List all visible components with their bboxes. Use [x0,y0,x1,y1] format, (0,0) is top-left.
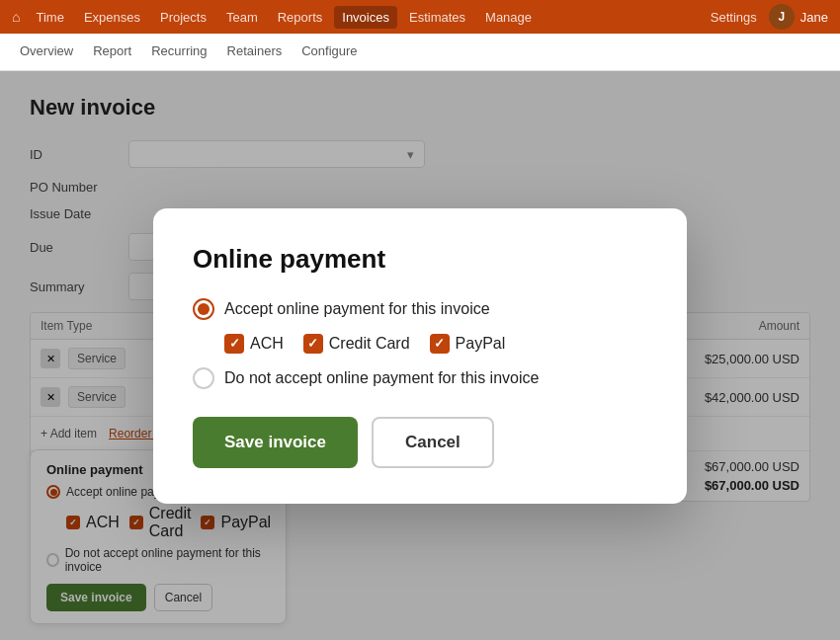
user-name: Jane [800,10,828,25]
cc-checkmark: ✓ [307,336,318,351]
decline-label: Do not accept online payment for this in… [224,369,539,387]
subnav-report[interactable]: Report [93,36,131,68]
subnav-overview[interactable]: Overview [20,36,73,68]
cc-check-box: ✓ [303,334,323,354]
modal-overlay: Online payment Accept online payment for… [0,71,840,640]
modal-buttons: Save invoice Cancel [193,417,647,468]
accept-radio-inner [198,303,210,315]
paypal-checkmark: ✓ [434,336,445,351]
nav-reports[interactable]: Reports [270,6,331,29]
accept-radio[interactable] [193,298,214,320]
ach-label: ACH [250,335,284,353]
page-content: New invoice ID ▾ PO Number Issue Date Du… [0,71,840,640]
ach-checkbox[interactable]: ✓ ACH [224,334,284,354]
cc-checkbox[interactable]: ✓ Credit Card [303,334,410,354]
nav-expenses[interactable]: Expenses [76,6,148,29]
subnav-recurring[interactable]: Recurring [151,36,207,68]
sub-navigation: Overview Report Recurring Retainers Conf… [0,34,840,71]
paypal-check-box: ✓ [430,334,450,354]
modal-save-button[interactable]: Save invoice [193,417,358,468]
subnav-retainers[interactable]: Retainers [227,36,283,68]
paypal-checkbox[interactable]: ✓ PayPal [430,334,506,354]
nav-team[interactable]: Team [218,6,266,29]
nav-estimates[interactable]: Estimates [401,6,473,29]
subnav-configure[interactable]: Configure [301,36,357,68]
accept-option[interactable]: Accept online payment for this invoice [193,298,647,320]
accept-label: Accept online payment for this invoice [224,300,490,318]
settings-link[interactable]: Settings [711,10,757,25]
top-nav-right: Settings J Jane [711,4,828,30]
modal-title: Online payment [193,244,647,275]
decline-option[interactable]: Do not accept online payment for this in… [193,367,647,389]
nav-invoices[interactable]: Invoices [334,6,397,29]
nav-projects[interactable]: Projects [152,6,214,29]
online-payment-modal: Online payment Accept online payment for… [153,208,687,504]
payment-checkboxes: ✓ ACH ✓ Credit Card ✓ PayPal [224,334,647,354]
nav-manage[interactable]: Manage [477,6,540,29]
avatar-circle: J [769,4,795,30]
ach-check-box: ✓ [224,334,244,354]
user-avatar[interactable]: J Jane [769,4,828,30]
paypal-label: PayPal [456,335,506,353]
cc-label: Credit Card [329,335,410,353]
decline-radio[interactable] [193,367,214,389]
top-navigation: ⌂ Time Expenses Projects Team Reports In… [0,0,840,34]
nav-time[interactable]: Time [28,6,71,29]
home-icon[interactable]: ⌂ [12,9,20,25]
ach-checkmark: ✓ [229,336,240,351]
modal-cancel-button[interactable]: Cancel [372,417,494,468]
